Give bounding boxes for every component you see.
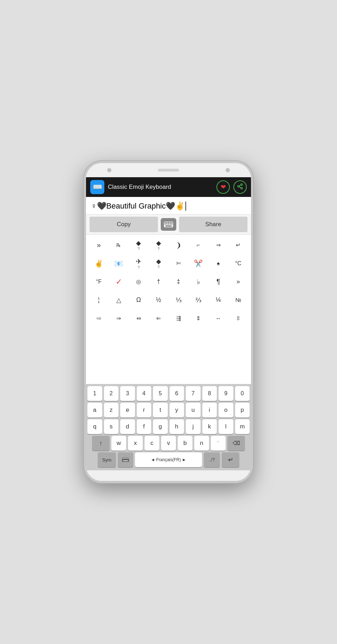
space-key[interactable]: ◄ Français(FR) ► <box>135 452 202 467</box>
svg-rect-23 <box>123 460 128 461</box>
key-6[interactable]: 6 <box>170 386 184 401</box>
key-t[interactable]: t <box>153 403 168 417</box>
symbol-cell[interactable]: ◆? <box>149 237 169 253</box>
key-2[interactable]: 2 <box>104 386 119 401</box>
key-e[interactable]: e <box>120 403 135 417</box>
key-s[interactable]: s <box>104 419 119 434</box>
key-5[interactable]: 5 <box>153 386 168 401</box>
key-v[interactable]: v <box>161 436 176 451</box>
symbol-cell-triangle[interactable]: △ <box>109 292 129 308</box>
symbol-cell-spade[interactable]: ♠ <box>208 256 228 271</box>
symbol-cell[interactable]: ↵ <box>228 237 249 253</box>
key-3[interactable]: 3 <box>120 386 135 401</box>
symbol-cell-circle[interactable]: ◎ <box>129 274 149 290</box>
symbol-cell-dagger[interactable]: ‡ <box>168 274 189 290</box>
symbol-cell-arrow7[interactable]: ↔ <box>208 311 228 326</box>
key-u[interactable]: u <box>186 403 201 417</box>
key-0[interactable]: 0 <box>235 386 250 401</box>
symbol-cell-scissors[interactable]: ✄ <box>168 256 189 271</box>
symbol-cell-third[interactable]: ⅓ <box>168 292 189 308</box>
svg-point-2 <box>241 187 243 189</box>
svg-rect-6 <box>165 222 166 223</box>
key-d[interactable]: d <box>120 419 135 434</box>
symbol-cell-scissors2[interactable]: ✂️ <box>189 256 209 271</box>
key-m[interactable]: m <box>235 419 250 434</box>
symbol-cell-twothirds[interactable]: ⅔ <box>189 292 209 308</box>
symbol-cell-arrow1[interactable]: ⇨ <box>89 311 109 326</box>
sym-key[interactable]: Sym <box>98 452 116 467</box>
symbol-cell-broken-bar[interactable]: ¦ <box>89 292 109 308</box>
symbol-cell-arrow2[interactable]: ⇒ <box>109 311 129 326</box>
favorite-button[interactable]: ❤ <box>216 180 230 194</box>
key-y[interactable]: y <box>170 403 184 417</box>
copy-button[interactable]: Copy <box>90 217 158 232</box>
text-value: ♀🖤Beautiful Graphic🖤✌ <box>91 201 185 211</box>
key-i[interactable]: i <box>202 403 217 417</box>
symbol-cell-plane[interactable]: ✈? <box>129 256 149 271</box>
symbol-cell[interactable]: ⇒ <box>208 237 228 253</box>
symbol-cell-flat[interactable]: ♭ <box>189 274 209 290</box>
symbol-row-2: ✌️ 📧 ✈? ◆? ✄ ✂️ ♠ °C <box>86 254 251 273</box>
symbol-cell[interactable]: ⌐ <box>189 237 209 253</box>
key-x[interactable]: x <box>128 436 143 451</box>
key-n[interactable]: n <box>194 436 209 451</box>
symbol-cell-omega[interactable]: Ω <box>129 292 149 308</box>
symbol-cell-cross[interactable]: † <box>149 274 169 290</box>
key-l[interactable]: l <box>219 419 233 434</box>
key-f[interactable]: f <box>137 419 152 434</box>
key-h[interactable]: h <box>170 419 184 434</box>
share-button[interactable] <box>233 180 247 194</box>
key-punct[interactable]: ´ <box>211 436 226 451</box>
period-sym-key[interactable]: .,!? <box>204 452 220 467</box>
symbol-cell-arrow3[interactable]: ⇔ <box>129 311 149 326</box>
symbol-row-3: °F ✓ ◎ † ‡ ♭ ¶ » <box>86 273 251 291</box>
phone-content: ⌨️ Classic Emoji Keyboard ❤ ♀🖤Beautiful … <box>86 177 251 470</box>
key-4[interactable]: 4 <box>137 386 152 401</box>
key-q[interactable]: q <box>87 419 102 434</box>
key-r[interactable]: r <box>137 403 152 417</box>
symbol-cell-raquo[interactable]: » <box>228 274 249 290</box>
backspace-key[interactable]: ⌫ <box>227 436 245 451</box>
symbol-cell-victory[interactable]: ✌️ <box>89 256 109 271</box>
symbol-cell-arrow6[interactable]: ⇕ <box>189 311 209 326</box>
symbol-cell-celsius[interactable]: °C <box>228 256 249 271</box>
keyboard-toggle[interactable] <box>161 218 176 231</box>
symbol-cell[interactable]: ❩ <box>168 237 189 253</box>
symbol-cell[interactable]: » <box>89 237 109 253</box>
keyboard-switch-key[interactable] <box>118 452 133 467</box>
shift-key[interactable]: ↑ <box>92 436 110 451</box>
symbol-cell-arrow5[interactable]: ⇶ <box>168 311 189 326</box>
svg-rect-9 <box>170 222 171 223</box>
key-8[interactable]: 8 <box>202 386 217 401</box>
symbol-cell-numero[interactable]: № <box>228 292 249 308</box>
key-1[interactable]: 1 <box>87 386 102 401</box>
symbol-cell[interactable]: ◆? <box>129 237 149 253</box>
key-z[interactable]: z <box>104 403 119 417</box>
symbol-cell-arrow8[interactable]: ⇳ <box>228 311 249 326</box>
key-j[interactable]: j <box>186 419 201 434</box>
key-a[interactable]: a <box>87 403 102 417</box>
key-7[interactable]: 7 <box>186 386 201 401</box>
key-c[interactable]: c <box>145 436 159 451</box>
symbol-cell-check[interactable]: ✓ <box>109 274 129 290</box>
enter-key[interactable]: ↵ <box>222 452 239 467</box>
svg-rect-12 <box>166 223 167 224</box>
key-b[interactable]: b <box>178 436 192 451</box>
key-k[interactable]: k <box>202 419 217 434</box>
speaker <box>158 169 179 172</box>
key-p[interactable]: p <box>235 403 250 417</box>
symbol-cell-quarter[interactable]: ¼ <box>208 292 228 308</box>
symbol-cell-pilcrow[interactable]: ¶ <box>208 274 228 290</box>
phone-bottom <box>86 470 251 481</box>
share-text-button[interactable]: Share <box>179 217 247 232</box>
key-o[interactable]: o <box>219 403 233 417</box>
symbol-cell[interactable]: ℞ <box>109 237 129 253</box>
key-w[interactable]: w <box>111 436 126 451</box>
symbol-cell-fahrenheit[interactable]: °F <box>89 274 109 290</box>
symbol-cell-diamond[interactable]: ◆? <box>149 256 169 271</box>
key-9[interactable]: 9 <box>219 386 233 401</box>
symbol-cell-arrow4[interactable]: ⇐ <box>149 311 169 326</box>
symbol-cell-mail[interactable]: 📧 <box>109 256 129 271</box>
key-g[interactable]: g <box>153 419 168 434</box>
symbol-cell-half[interactable]: ½ <box>149 292 169 308</box>
